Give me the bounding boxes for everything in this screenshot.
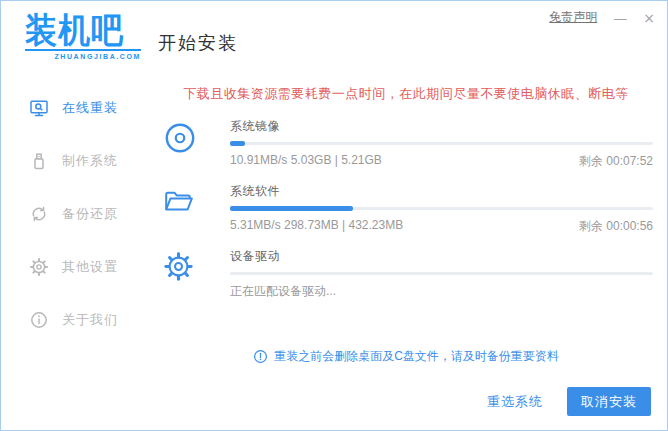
task-row-system-image: 系统镜像 10.91MB/s 5.03GB | 5.21GB 剩余 00:07:…	[159, 118, 653, 170]
task-remaining: 剩余 00:00:56	[579, 218, 653, 235]
download-warning-text: 下载且收集资源需要耗费一点时间，在此期间尽量不要使电脑休眠、断电等	[159, 85, 653, 103]
task-stats: 5.31MB/s 298.73MB | 432.23MB	[230, 218, 403, 235]
progress-bar	[230, 142, 653, 145]
titlebar: 免责声明 — ×	[549, 9, 655, 26]
minimize-icon[interactable]: —	[613, 11, 627, 25]
sidebar-item-other-settings[interactable]: 其他设置	[29, 256, 149, 278]
task-list: 系统镜像 10.91MB/s 5.03GB | 5.21GB 剩余 00:07:…	[159, 118, 653, 300]
reselect-system-button[interactable]: 重选系统	[487, 393, 543, 411]
app-logo: 装机吧 ZHUANGJIBA.COM	[25, 13, 141, 60]
task-name: 系统软件	[230, 183, 653, 200]
restore-arrows-icon	[29, 204, 49, 224]
page-title: 开始安装	[158, 31, 238, 55]
progress-fill	[230, 141, 245, 146]
logo-text: 装机吧	[25, 12, 141, 50]
sidebar-item-label: 备份还原	[62, 205, 118, 223]
sidebar-item-label: 关于我们	[62, 311, 118, 329]
sidebar-item-label: 其他设置	[62, 258, 118, 276]
task-name: 设备驱动	[230, 248, 653, 265]
footer-actions: 重选系统 取消安装	[487, 387, 651, 416]
sidebar-item-online-reinstall[interactable]: 在线重装	[29, 97, 149, 119]
main-content: 下载且收集资源需要耗费一点时间，在此期间尽量不要使电脑休眠、断电等 系统镜像 1…	[159, 85, 653, 365]
task-stats: 正在匹配设备驱动...	[230, 283, 336, 300]
app-window: 免责声明 — × 装机吧 ZHUANGJIBA.COM 开始安装 在线重装	[0, 0, 668, 431]
progress-fill	[230, 206, 353, 211]
sidebar-item-label: 在线重装	[62, 99, 118, 117]
cancel-install-button[interactable]: 取消安装	[567, 387, 651, 416]
sidebar-item-label: 制作系统	[62, 152, 118, 170]
task-row-device-driver: 设备驱动 正在匹配设备驱动...	[159, 248, 653, 300]
gear-icon	[159, 248, 230, 300]
gear-icon	[29, 257, 49, 277]
task-row-system-software: 系统软件 5.31MB/s 298.73MB | 432.23MB 剩余 00:…	[159, 183, 653, 235]
warning-info-icon	[253, 349, 268, 364]
usb-drive-icon	[29, 151, 49, 171]
backup-notice: 重装之前会删除桌面及C盘文件，请及时备份重要资料	[159, 348, 653, 365]
disc-icon	[159, 118, 230, 170]
disclaimer-link[interactable]: 免责声明	[549, 9, 597, 26]
sidebar-item-about-us[interactable]: 关于我们	[29, 309, 149, 331]
sidebar-item-make-system[interactable]: 制作系统	[29, 150, 149, 172]
sidebar-item-backup-restore[interactable]: 备份还原	[29, 203, 149, 225]
task-stats: 10.91MB/s 5.03GB | 5.21GB	[230, 153, 382, 170]
progress-bar	[230, 272, 653, 275]
progress-bar	[230, 207, 653, 210]
backup-notice-text: 重装之前会删除桌面及C盘文件，请及时备份重要资料	[274, 348, 559, 365]
folder-icon	[159, 183, 230, 235]
close-icon[interactable]: ×	[643, 11, 655, 25]
sidebar: 在线重装 制作系统 备份还原	[1, 97, 149, 331]
monitor-search-icon	[29, 98, 49, 118]
logo-domain: ZHUANGJIBA.COM	[25, 49, 141, 60]
task-name: 系统镜像	[230, 118, 653, 135]
info-circle-icon	[29, 310, 49, 330]
task-remaining: 剩余 00:07:52	[579, 153, 653, 170]
